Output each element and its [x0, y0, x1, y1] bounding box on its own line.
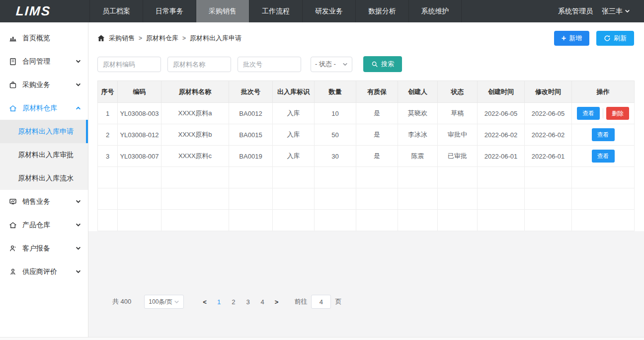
goto-page-input[interactable] [311, 295, 331, 309]
cell-created-time: 2022-06-02 [478, 124, 525, 146]
breadcrumb-item[interactable]: 原材料出入库申请 [190, 34, 242, 43]
goto-label: 前往 [294, 297, 307, 306]
cell-status: 草稿 [438, 103, 478, 124]
delete-button[interactable]: 删除 [606, 107, 629, 120]
col-inout-flag: 出入库标识 [273, 81, 315, 103]
sidebar-item-label: 客户报备 [22, 244, 71, 253]
view-button[interactable]: 查看 [592, 128, 615, 141]
empty-cell [315, 210, 356, 231]
plus-icon: + [562, 34, 566, 42]
chevron-down-icon [342, 62, 348, 67]
page-number-1[interactable]: 1 [212, 298, 226, 306]
sidebar-item-home-overview[interactable]: 首页概览 [0, 26, 88, 50]
view-button[interactable]: 查看 [577, 107, 600, 120]
top-navbar: LIMS 员工档案 日常事务 采购销售 工作流程 研发业务 数据分析 系统维护 … [0, 0, 644, 22]
sidebar-item-label: 原材料仓库 [22, 104, 71, 113]
nav-tab-daily[interactable]: 日常事务 [143, 0, 196, 22]
chevron-down-icon [625, 8, 630, 14]
sidebar-item-customer-report[interactable]: 客户报备 [0, 237, 88, 260]
sidebar-subitem-inout-apply[interactable]: 原材料出入库申请 [0, 120, 88, 143]
empty-cell [438, 167, 478, 188]
batch-no-input[interactable] [238, 57, 301, 72]
nav-tab-workflow[interactable]: 工作流程 [249, 0, 302, 22]
search-button-label: 搜索 [381, 60, 394, 69]
user-role: 系统管理员 [558, 7, 593, 16]
sidebar-item-contracts[interactable]: 合同管理 [0, 50, 88, 73]
main-content: 采购销售 > 原材料仓库 > 原材料出入库申请 + 新增 刷新 [88, 22, 644, 340]
nav-tab-employee[interactable]: 员工档案 [89, 0, 143, 22]
cell-status: 已审批 [438, 146, 478, 167]
records-table: 序号 编码 原材料名称 批次号 出入库标识 数量 有质保 创建人 状态 创建时间… [97, 81, 635, 231]
sidebar-item-label: 采购业务 [22, 81, 71, 89]
col-code: 编码 [118, 81, 161, 103]
sidebar-item-sales[interactable]: 销售业务 [0, 190, 88, 213]
user-menu[interactable]: 张三丰 [602, 7, 630, 16]
empty-cell [161, 167, 229, 188]
sidebar-item-supplier-evaluation[interactable]: 供应商评价 [0, 260, 88, 283]
breadcrumb-item[interactable]: 采购销售 [109, 34, 135, 43]
contract-icon [9, 57, 17, 66]
pagination: 共 400 100条/页 < 1 2 3 4 > 前往 页 [112, 295, 644, 309]
status-select[interactable]: - 状态 - [311, 57, 352, 72]
sidebar-item-raw-material-warehouse[interactable]: 原材料仓库 [0, 96, 88, 120]
content-panel: 采购销售 > 原材料仓库 > 原材料出入库申请 + 新增 刷新 [88, 22, 644, 231]
empty-cell [98, 210, 118, 231]
cell-modified-time: 2022-06-01 [525, 146, 572, 167]
cell-actions: 查看 [572, 146, 635, 167]
refresh-button[interactable]: 刷新 [596, 31, 634, 46]
goto-suffix: 页 [335, 297, 341, 306]
sidebar-item-label: 供应商评价 [22, 267, 71, 276]
page-size-select[interactable]: 100条/页 [144, 295, 184, 309]
nav-tab-rnd[interactable]: 研发业务 [302, 0, 355, 22]
nav-tab-analytics[interactable]: 数据分析 [355, 0, 408, 22]
page-number-2[interactable]: 2 [226, 298, 241, 306]
cell-inout-flag: 入库 [273, 124, 315, 146]
empty-cell [229, 188, 273, 210]
page-number-4[interactable]: 4 [255, 298, 270, 306]
sidebar-subitem-inout-record[interactable]: 原材料出入库流水 [0, 167, 88, 190]
warehouse-icon [9, 104, 17, 112]
sidebar: 首页概览 合同管理 采购业务 原材料仓库 原材料出入库申请 原材料出入库审批 原… [0, 22, 88, 340]
breadcrumb-item[interactable]: 原材料仓库 [146, 34, 178, 43]
material-name-input[interactable] [167, 57, 231, 72]
empty-cell [161, 188, 229, 210]
material-code-input[interactable] [97, 57, 161, 72]
add-button-label: 新增 [569, 34, 582, 43]
cell-creator: 莫晓欢 [398, 103, 438, 124]
sidebar-item-product-warehouse[interactable]: 产品仓库 [0, 213, 88, 237]
empty-cell [356, 210, 398, 231]
nav-tab-maintenance[interactable]: 系统维护 [408, 0, 462, 22]
cell-material-name: XXXX原料c [161, 146, 229, 167]
nav-tab-purchase-sales[interactable]: 采购销售 [196, 0, 249, 22]
search-icon [371, 61, 378, 68]
user-area: 系统管理员 张三丰 [558, 0, 644, 22]
cell-batch: BA0019 [229, 146, 273, 167]
empty-cell [273, 188, 315, 210]
empty-table-row [98, 188, 635, 210]
bar-chart-icon [9, 34, 17, 42]
chevron-down-icon [76, 199, 81, 204]
cell-quantity: 10 [315, 103, 356, 124]
sidebar-subitem-label: 原材料出入库审批 [18, 151, 74, 160]
sidebar-item-purchasing[interactable]: 采购业务 [0, 73, 88, 96]
empty-cell [273, 210, 315, 231]
page-number-3[interactable]: 3 [241, 298, 255, 306]
status-select-value: - 状态 - [315, 60, 342, 69]
empty-cell [98, 188, 118, 210]
view-button[interactable]: 查看 [592, 150, 615, 163]
search-button[interactable]: 搜索 [363, 56, 402, 72]
bottom-scrollbar-strip[interactable] [0, 337, 644, 340]
cell-creator: 李冰冰 [398, 124, 438, 146]
page-size-value: 100条/页 [149, 298, 174, 306]
app-logo: LIMS [0, 0, 90, 22]
empty-cell [525, 188, 572, 210]
next-page-button[interactable]: > [270, 298, 284, 306]
prev-page-button[interactable]: < [198, 298, 212, 306]
empty-cell [161, 210, 229, 231]
add-button[interactable]: + 新增 [554, 31, 589, 46]
chevron-down-icon [76, 222, 81, 228]
empty-cell [229, 210, 273, 231]
sidebar-subitem-inout-approve[interactable]: 原材料出入库审批 [0, 143, 88, 167]
cell-material-name: XXXX原料a [161, 103, 229, 124]
cell-actions: 查看 删除 [572, 103, 635, 124]
